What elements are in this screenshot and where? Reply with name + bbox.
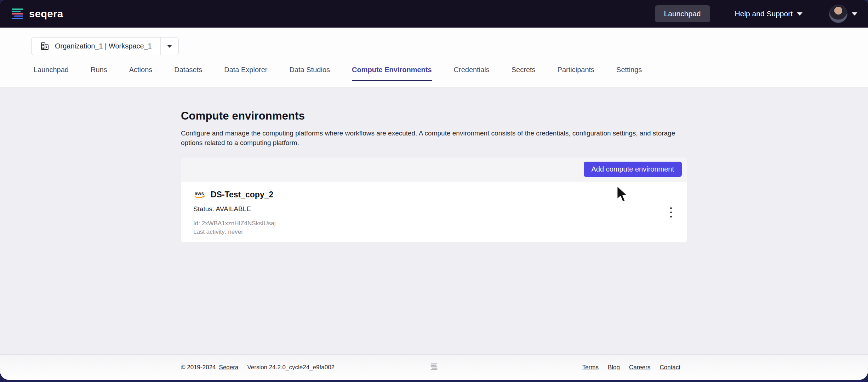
tab-compute-environments[interactable]: Compute Environments — [352, 66, 432, 81]
version-text: Version 24.2.0_cycle24_e9fa002 — [247, 364, 335, 371]
seqera-logo[interactable]: seqera — [11, 7, 63, 21]
blog-link[interactable]: Blog — [608, 364, 620, 371]
seqera-footer-link[interactable]: Seqera — [219, 364, 239, 371]
status-value: AVAILABLE — [216, 205, 251, 213]
top-navbar: seqera Launchpad Help and Support — [0, 0, 868, 28]
tab-runs[interactable]: Runs — [91, 66, 107, 81]
tab-datasets[interactable]: Datasets — [174, 66, 202, 81]
sub-header: Organization_1 | Workspace_1 Launchpad R… — [0, 28, 868, 87]
terms-link[interactable]: Terms — [582, 364, 599, 371]
add-compute-environment-button[interactable]: Add compute environment — [584, 162, 682, 177]
tab-launchpad[interactable]: Launchpad — [34, 66, 69, 81]
tab-secrets[interactable]: Secrets — [512, 66, 536, 81]
kebab-icon — [670, 207, 672, 209]
chevron-down-icon — [797, 12, 803, 16]
avatar[interactable] — [829, 5, 847, 23]
compute-environment-row: aws DS-Test_copy_2 Status: AVAILABLE Id: — [181, 181, 687, 242]
user-menu[interactable] — [829, 5, 857, 23]
aws-provider-icon: aws — [193, 190, 206, 199]
workspace-selector-label: Organization_1 | Workspace_1 — [55, 42, 152, 50]
panel-toolbar: Add compute environment — [181, 157, 687, 181]
tab-participants[interactable]: Participants — [558, 66, 595, 81]
page-description: Configure and manage the computing platf… — [181, 128, 685, 147]
compute-environment-id: Id: 2xWBA1xznHIZ4NSksIUsaj — [193, 219, 678, 228]
footer: © 2019-2024 Seqera Version 24.2.0_cycle2… — [0, 354, 868, 380]
workspace-tabs: Launchpad Runs Actions Datasets Data Exp… — [0, 66, 868, 81]
contact-link[interactable]: Contact — [659, 364, 680, 371]
help-and-support-menu[interactable]: Help and Support — [735, 10, 803, 18]
help-and-support-label: Help and Support — [735, 10, 793, 18]
row-options-menu-button[interactable] — [665, 204, 677, 221]
seqera-footer-logomark-icon — [429, 362, 439, 373]
organization-icon — [40, 41, 50, 51]
chevron-down-icon — [167, 45, 172, 48]
tab-settings[interactable]: Settings — [616, 66, 642, 81]
app-window: seqera Launchpad Help and Support — [0, 0, 868, 380]
compute-environment-name-link[interactable]: DS-Test_copy_2 — [211, 190, 273, 199]
tab-data-studios[interactable]: Data Studios — [290, 66, 330, 81]
tab-credentials[interactable]: Credentials — [454, 66, 490, 81]
tab-data-explorer[interactable]: Data Explorer — [224, 66, 267, 81]
status-label: Status: — [193, 205, 214, 213]
launchpad-button[interactable]: Launchpad — [655, 5, 710, 22]
seqera-logomark-icon — [11, 7, 24, 21]
careers-link[interactable]: Careers — [629, 364, 650, 371]
workspace-selector-dropdown-toggle[interactable] — [160, 37, 178, 55]
tab-actions[interactable]: Actions — [129, 66, 153, 81]
workspace-selector[interactable]: Organization_1 | Workspace_1 — [31, 37, 179, 55]
svg-text:aws: aws — [195, 191, 204, 196]
compute-environment-last-activity: Last activity: never — [193, 228, 678, 236]
compute-environments-panel: Add compute environment aws DS-Test_copy… — [181, 157, 687, 242]
main-content: Compute environments Configure and manag… — [0, 87, 868, 354]
page-title: Compute environments — [181, 87, 687, 122]
seqera-logo-text: seqera — [29, 8, 63, 20]
chevron-down-icon — [852, 12, 857, 16]
copyright-text: © 2019-2024 — [181, 364, 216, 371]
compute-environment-status: Status: AVAILABLE — [193, 205, 678, 213]
